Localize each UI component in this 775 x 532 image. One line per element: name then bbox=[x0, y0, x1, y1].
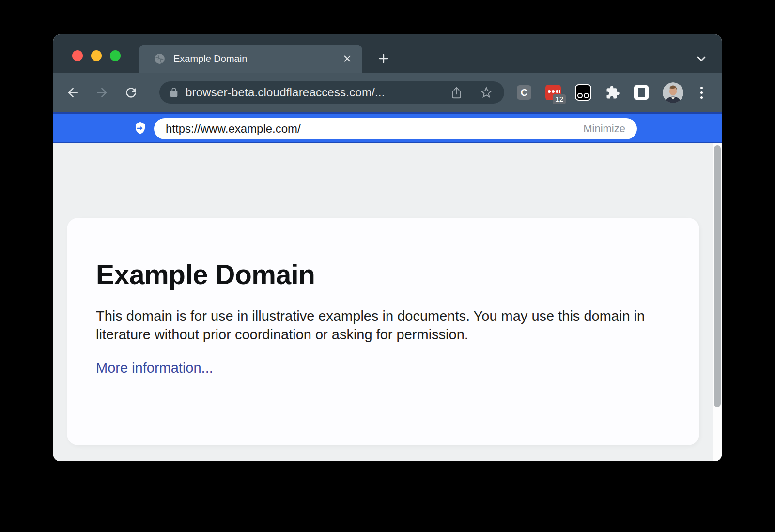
globe-icon bbox=[154, 53, 166, 65]
extension-circles-icon[interactable] bbox=[575, 84, 591, 101]
share-icon[interactable] bbox=[450, 86, 463, 99]
window-zoom-button[interactable] bbox=[110, 50, 121, 61]
scrollbar-thumb[interactable] bbox=[714, 145, 721, 407]
remote-url-input[interactable]: https://www.example.com/ Minimize bbox=[154, 118, 637, 139]
tab-strip: Example Domain bbox=[53, 34, 722, 73]
address-url-text: browser-beta.cloudflareaccess.com/... bbox=[186, 86, 450, 99]
address-bar[interactable]: browser-beta.cloudflareaccess.com/... bbox=[159, 81, 504, 104]
minimize-button[interactable]: Minimize bbox=[583, 122, 625, 135]
window-minimize-button[interactable] bbox=[91, 50, 102, 61]
avatar[interactable] bbox=[663, 82, 683, 103]
star-icon[interactable] bbox=[479, 85, 494, 100]
page-viewport: Example Domain This domain is for use in… bbox=[53, 143, 722, 461]
red-dots-glyph bbox=[548, 90, 560, 93]
page-paragraph: This domain is for use in illustrative e… bbox=[96, 307, 653, 344]
extension-icons-row: C 12 bbox=[517, 82, 706, 103]
remote-url-text: https://www.example.com/ bbox=[166, 122, 583, 136]
extension-c-icon[interactable]: C bbox=[517, 85, 531, 100]
more-information-link[interactable]: More information... bbox=[96, 360, 213, 376]
lock-icon bbox=[169, 87, 179, 98]
window-close-button[interactable] bbox=[72, 50, 83, 61]
extension-red-dots-icon[interactable]: 12 bbox=[545, 85, 561, 100]
puzzle-icon[interactable] bbox=[605, 85, 620, 100]
example-domain-card: Example Domain This domain is for use in… bbox=[67, 218, 699, 445]
forward-icon[interactable] bbox=[94, 85, 109, 100]
tab-close-icon[interactable] bbox=[342, 53, 353, 64]
side-panel-icon[interactable] bbox=[634, 85, 649, 100]
browser-tab[interactable]: Example Domain bbox=[139, 45, 362, 73]
access-bar: https://www.example.com/ Minimize bbox=[53, 112, 722, 143]
back-icon[interactable] bbox=[65, 85, 80, 100]
browser-window: Example Domain bbox=[53, 34, 722, 461]
page-title: Example Domain bbox=[96, 258, 656, 290]
macos-traffic-lights bbox=[72, 50, 121, 61]
browser-toolbar: browser-beta.cloudflareaccess.com/... C … bbox=[53, 73, 722, 112]
new-tab-icon[interactable] bbox=[377, 52, 390, 65]
reload-icon[interactable] bbox=[124, 85, 139, 100]
chevron-down-icon[interactable] bbox=[694, 52, 709, 65]
scrollbar-track[interactable] bbox=[713, 143, 722, 461]
extension-badge-count: 12 bbox=[553, 94, 566, 105]
kebab-menu-icon[interactable] bbox=[698, 87, 706, 99]
tab-title: Example Domain bbox=[173, 53, 342, 64]
shield-arrow-icon[interactable] bbox=[134, 122, 147, 135]
